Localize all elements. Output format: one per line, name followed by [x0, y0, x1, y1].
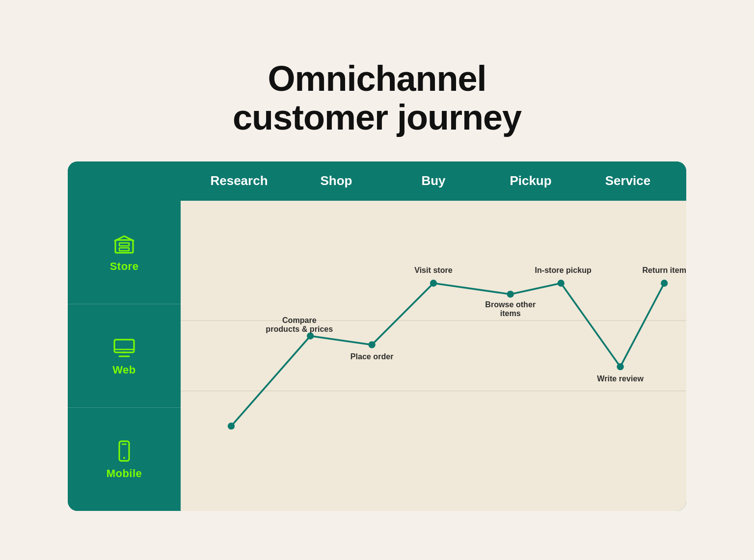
page-container: Omnichannel customer journey Store	[38, 30, 716, 531]
chart-container: Store Web	[68, 161, 686, 511]
journey-chart: Compare products & prices Place order Vi…	[181, 201, 686, 511]
svg-point-17	[558, 280, 565, 287]
chart-body: Compare products & prices Place order Vi…	[181, 201, 686, 511]
svg-text:items: items	[500, 309, 521, 318]
sidebar: Store Web	[68, 161, 181, 511]
svg-point-18	[617, 363, 623, 370]
svg-text:products & prices: products & prices	[266, 324, 333, 333]
stage-service: Service	[579, 173, 676, 188]
channel-mobile: Mobile	[68, 407, 181, 511]
title-line1: Omnichannel	[268, 59, 486, 98]
content-area: Research Shop Buy Pickup Service	[181, 161, 686, 511]
svg-rect-1	[119, 243, 129, 246]
svg-point-12	[228, 423, 235, 429]
svg-text:In-store pickup: In-store pickup	[535, 266, 592, 274]
svg-point-13	[307, 332, 314, 339]
svg-rect-2	[119, 248, 129, 251]
svg-text:Visit store: Visit store	[414, 266, 453, 274]
svg-rect-3	[114, 340, 134, 352]
svg-text:Return item: Return item	[642, 266, 686, 274]
main-title: Omnichannel customer journey	[233, 59, 521, 137]
stage-pickup: Pickup	[482, 173, 579, 188]
svg-point-8	[123, 457, 125, 459]
svg-point-5	[123, 351, 125, 353]
svg-text:Place order: Place order	[350, 352, 394, 361]
svg-text:Compare: Compare	[282, 316, 317, 324]
svg-text:Browse other: Browse other	[485, 300, 536, 309]
channel-web: Web	[68, 304, 181, 407]
store-label: Store	[110, 260, 139, 273]
svg-point-15	[430, 280, 437, 287]
svg-point-16	[507, 291, 514, 297]
stage-buy: Buy	[385, 173, 482, 188]
mobile-label: Mobile	[107, 467, 142, 480]
svg-point-14	[368, 341, 375, 348]
title-line2: customer journey	[233, 98, 521, 137]
mobile-icon	[112, 439, 136, 463]
svg-text:Write review: Write review	[597, 374, 644, 383]
stages-header: Research Shop Buy Pickup Service	[181, 161, 686, 201]
stage-shop: Shop	[288, 173, 385, 188]
web-icon	[112, 335, 136, 360]
stage-research: Research	[190, 173, 288, 188]
store-icon	[112, 232, 136, 256]
web-label: Web	[112, 364, 136, 376]
title-section: Omnichannel customer journey	[233, 59, 521, 137]
channel-store: Store	[68, 201, 181, 304]
svg-point-19	[661, 280, 668, 287]
